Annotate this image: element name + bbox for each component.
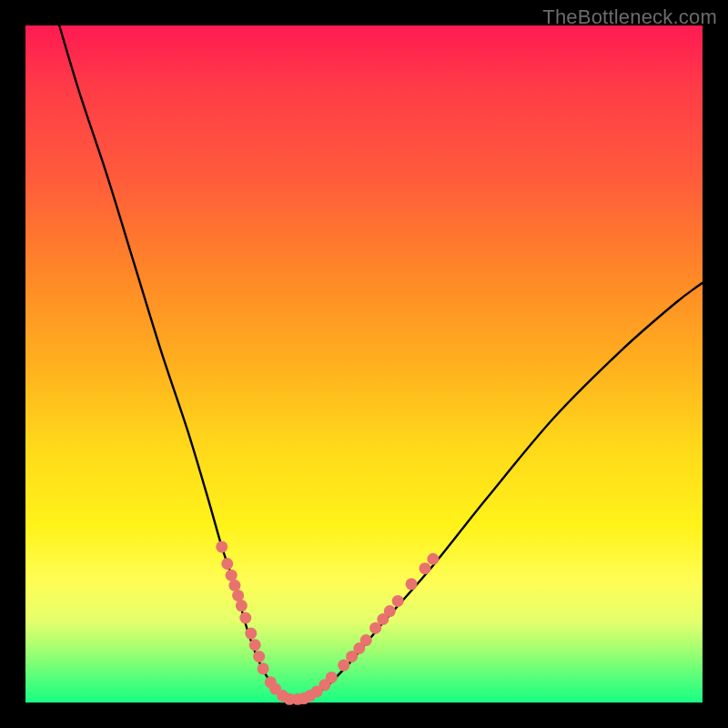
data-point xyxy=(392,595,404,607)
data-point xyxy=(258,662,269,674)
data-point xyxy=(249,639,261,651)
data-point xyxy=(232,590,244,602)
curve-svg xyxy=(25,25,703,703)
bottleneck-curve xyxy=(59,25,703,701)
data-point xyxy=(406,578,418,590)
data-point xyxy=(427,553,439,565)
chart-stage: TheBottleneck.com xyxy=(0,0,728,728)
data-points xyxy=(216,541,439,704)
data-point xyxy=(236,600,248,612)
plot-area xyxy=(25,25,703,703)
data-point xyxy=(216,541,228,552)
data-point xyxy=(239,612,251,624)
data-point xyxy=(226,570,238,581)
data-point xyxy=(360,634,372,646)
data-point xyxy=(384,605,396,617)
data-point xyxy=(245,628,257,640)
data-point xyxy=(253,651,265,662)
data-point xyxy=(326,672,338,683)
data-point xyxy=(338,660,349,672)
data-point xyxy=(419,562,430,574)
data-point xyxy=(221,558,233,570)
data-point xyxy=(228,580,240,592)
